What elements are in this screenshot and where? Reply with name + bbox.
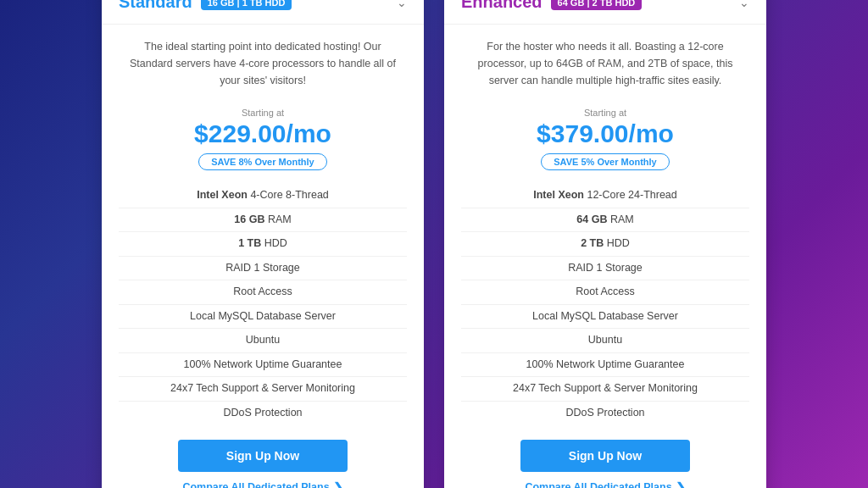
chevron-down-icon[interactable]: ⌄ <box>397 0 407 9</box>
standard-description: The ideal starting point into dedicated … <box>102 25 424 99</box>
list-item: Local MySQL Database Server <box>461 305 749 330</box>
list-item: 100% Network Uptime Guarantee <box>461 353 749 378</box>
enhanced-save-badge: SAVE 5% Over Monthly <box>541 153 669 170</box>
chevron-down-icon[interactable]: ⌄ <box>739 0 749 9</box>
enhanced-plan-name: Enhanced <box>461 0 542 12</box>
enhanced-header-left: Enhanced 64 GB | 2 TB HDD <box>461 0 642 12</box>
list-item: 64 GB RAM <box>461 208 749 233</box>
enhanced-features-list: Intel Xeon 12-Core 24-Thread 64 GB RAM 2… <box>444 180 766 428</box>
enhanced-badge: 64 GB | 2 TB HDD <box>551 0 643 10</box>
standard-save-badge: SAVE 8% Over Monthly <box>198 153 326 170</box>
enhanced-description: For the hoster who needs it all. Boastin… <box>444 25 766 99</box>
standard-plan-name: Standard <box>119 0 192 12</box>
list-item: Ubuntu <box>461 329 749 353</box>
list-item: Intel Xeon 4-Core 8-Thread <box>119 184 407 208</box>
standard-starting-at: Starting at <box>119 108 407 118</box>
arrow-right-icon: ❯ <box>676 480 686 488</box>
enhanced-compare-link[interactable]: Compare All Dedicated Plans ❯ <box>444 480 766 488</box>
list-item: 2 TB HDD <box>461 232 749 257</box>
standard-signup-button[interactable]: Sign Up Now <box>178 440 348 472</box>
enhanced-starting-at: Starting at <box>461 108 749 118</box>
standard-price: $229.00/mo <box>119 119 407 148</box>
list-item: 16 GB RAM <box>119 208 407 233</box>
standard-pricing: Starting at $229.00/mo SAVE 8% Over Mont… <box>102 99 424 180</box>
pricing-cards: Standard 16 GB | 1 TB HDD ⌄ The ideal st… <box>102 0 766 488</box>
standard-header-left: Standard 16 GB | 1 TB HDD <box>119 0 292 12</box>
list-item: 24x7 Tech Support & Server Monitoring <box>461 377 749 402</box>
enhanced-card-header: Enhanced 64 GB | 2 TB HDD ⌄ <box>444 0 766 25</box>
standard-card: Standard 16 GB | 1 TB HDD ⌄ The ideal st… <box>102 0 424 488</box>
standard-features-list: Intel Xeon 4-Core 8-Thread 16 GB RAM 1 T… <box>102 180 424 428</box>
standard-badge: 16 GB | 1 TB HDD <box>201 0 292 10</box>
standard-compare-link[interactable]: Compare All Dedicated Plans ❯ <box>102 480 424 488</box>
list-item: DDoS Protection <box>119 402 407 425</box>
list-item: Root Access <box>461 280 749 305</box>
list-item: DDoS Protection <box>461 402 749 425</box>
list-item: Root Access <box>119 280 407 305</box>
enhanced-pricing: Starting at $379.00/mo SAVE 5% Over Mont… <box>444 99 766 180</box>
list-item: Intel Xeon 12-Core 24-Thread <box>461 184 749 208</box>
enhanced-signup-button[interactable]: Sign Up Now <box>520 440 690 472</box>
enhanced-card: Enhanced 64 GB | 2 TB HDD ⌄ For the host… <box>444 0 766 488</box>
standard-card-header: Standard 16 GB | 1 TB HDD ⌄ <box>102 0 424 25</box>
enhanced-price: $379.00/mo <box>461 119 749 148</box>
arrow-right-icon: ❯ <box>333 480 343 488</box>
list-item: RAID 1 Storage <box>461 257 749 281</box>
standard-compare-label: Compare All Dedicated Plans <box>182 481 329 488</box>
list-item: RAID 1 Storage <box>119 257 407 281</box>
enhanced-compare-label: Compare All Dedicated Plans <box>525 481 671 488</box>
list-item: Ubuntu <box>119 329 407 353</box>
list-item: 1 TB HDD <box>119 232 407 257</box>
list-item: 100% Network Uptime Guarantee <box>119 353 407 378</box>
list-item: Local MySQL Database Server <box>119 305 407 330</box>
list-item: 24x7 Tech Support & Server Monitoring <box>119 377 407 402</box>
